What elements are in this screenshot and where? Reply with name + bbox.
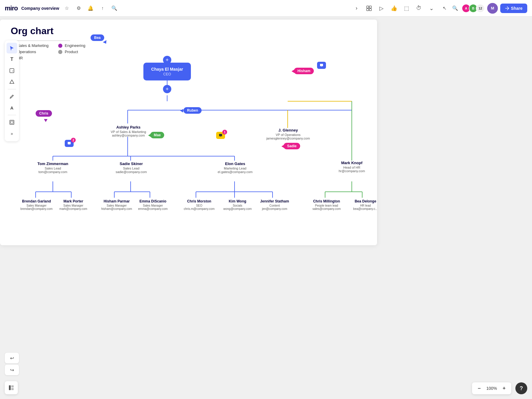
mae-badge[interactable]: Mae	[150, 132, 164, 138]
ashley-parks-node[interactable]: Ashley Parks VP of Sales & Marketing ash…	[107, 125, 150, 137]
kim-role: Socials	[221, 204, 254, 207]
shapes-tool[interactable]	[7, 77, 17, 87]
comment-bubble-2[interactable]: 1	[216, 132, 225, 139]
search-icon[interactable]: 🔍	[110, 4, 118, 12]
glenney-role: VP of Operations	[264, 133, 313, 137]
chris-mill-node[interactable]: Chris Millington People team lead sales@…	[309, 199, 344, 210]
comment-bubble-1[interactable]: 2	[65, 140, 74, 147]
ruben-badge[interactable]: Ruben	[183, 107, 202, 114]
legend-product: Product	[58, 50, 106, 54]
upload-icon[interactable]: ↑	[98, 4, 107, 12]
knopf-node[interactable]: Mark Knopf Head of HR hr@company.com	[331, 161, 373, 173]
chris-float-badge[interactable]: Chris	[36, 110, 52, 117]
jennifer-node[interactable]: Jennifer Statham Content jen@company.com	[258, 199, 291, 210]
zoom-level: 100%	[484, 386, 499, 391]
chris-arrow	[44, 119, 48, 122]
porter-node[interactable]: Mark Porter Sales Manager mark@company.c…	[57, 199, 90, 210]
font-tool[interactable]: A	[7, 102, 17, 113]
svg-rect-6	[11, 121, 13, 124]
legend-label-engineering: Engineering	[65, 43, 85, 48]
panel-toggle[interactable]	[5, 381, 18, 394]
org-chart-title: Org chart	[11, 26, 53, 37]
forward-btn[interactable]: ›	[351, 3, 362, 14]
chris-m-node[interactable]: Chris Morston SEO chris.m@company.com	[183, 199, 216, 210]
svg-rect-7	[9, 385, 11, 390]
tom-node[interactable]: Tom Zimmerman Sales Lead tom@company.com	[33, 162, 73, 174]
comment-count-2: 1	[222, 130, 227, 134]
sadie-s-email: sadie@company.com	[111, 170, 151, 174]
ashley-role: VP of Sales & Marketing	[107, 130, 150, 134]
zoom-in-btn[interactable]: +	[499, 384, 509, 393]
elon-node[interactable]: Elon Gates Marketing Lead el.gates@compa…	[217, 162, 254, 174]
ashley-name: Ashley Parks	[107, 125, 150, 129]
settings-icon[interactable]: ⚙	[75, 4, 83, 12]
undo-redo: ↩ ↪	[5, 353, 19, 375]
help-button[interactable]: ?	[515, 382, 527, 394]
sticky-tool[interactable]	[7, 65, 17, 76]
pen-tool[interactable]	[7, 91, 17, 102]
more-tools[interactable]: »	[7, 128, 17, 139]
share-button[interactable]: Share	[500, 4, 527, 13]
undo-btn[interactable]: ↩	[5, 353, 19, 363]
glenney-node[interactable]: J. Glenney VP of Operations jamesglenney…	[264, 128, 313, 140]
text-tool[interactable]: T	[7, 54, 17, 65]
zoom-out-btn[interactable]: −	[474, 384, 484, 393]
comment-bubble-3[interactable]	[317, 62, 326, 69]
hisham-float-badge[interactable]: Hisham	[294, 68, 314, 74]
glenney-email: jamesglenney@company.com	[264, 137, 313, 140]
brendan-node[interactable]: Brendan Garland Sales Manager brendan@co…	[20, 199, 53, 210]
kim-node[interactable]: Kim Wong Socials wong@company.com	[221, 199, 254, 210]
kim-email: wong@company.com	[221, 207, 254, 210]
title-underline	[11, 40, 70, 41]
sadie-float-badge[interactable]: Sadie	[284, 143, 300, 149]
svg-rect-8	[11, 385, 14, 387]
knopf-email: hr@company.com	[331, 169, 373, 173]
legend-dot-engineering	[58, 44, 62, 48]
zoom-icon[interactable]: 🔍	[451, 4, 459, 12]
topbar: miro Company overview ☆ ⚙ 🔔 ↑ 🔍 › ▷ 👍 ⬚ …	[0, 0, 532, 17]
sadie-skiner-node[interactable]: Sadie Skiner Sales Lead sadie@company.co…	[111, 162, 151, 174]
sadie-arrow	[281, 145, 284, 148]
ceo-node[interactable]: Chaya El Masjar CEO	[143, 63, 191, 80]
legend-dot-product	[58, 50, 62, 54]
redo-btn[interactable]: ↪	[5, 365, 19, 375]
svg-rect-1	[369, 6, 371, 8]
bea-badge[interactable]: Bea	[91, 34, 104, 41]
star-icon[interactable]: ☆	[63, 4, 71, 12]
toolbar-divider-2	[8, 115, 16, 115]
emma-email: emma@company.com	[137, 207, 169, 210]
frame-btn[interactable]: ⬚	[401, 3, 412, 14]
frame-tool[interactable]	[7, 117, 17, 128]
chris-m-name: Chris Morston	[183, 199, 216, 203]
tom-role: Sales Lead	[33, 167, 73, 170]
zoom-controls: − 100% +	[472, 382, 511, 394]
elon-email: el.gates@company.com	[217, 170, 254, 174]
svg-rect-3	[369, 9, 371, 11]
toolbar-divider-1	[8, 89, 16, 89]
add-above-ceo[interactable]: +	[163, 56, 171, 64]
bell-icon[interactable]: 🔔	[86, 4, 95, 12]
hisham-p-node[interactable]: Hisham Parmar Sales Manager hisham@compa…	[100, 199, 133, 210]
ceo-role: CEO	[147, 72, 187, 76]
brendan-email: brendan@company.com	[20, 207, 53, 210]
miro-logo: miro	[5, 4, 18, 12]
avatar-count: 12	[476, 4, 485, 13]
grid-btn[interactable]	[364, 3, 374, 14]
present-btn[interactable]: ▷	[376, 3, 387, 14]
board-card: Org chart Sales & Marketing Engineering …	[0, 20, 377, 245]
canvas[interactable]: T A » ↩ ↪ − 100% + ? Org chart	[0, 17, 532, 399]
jennifer-name: Jennifer Statham	[258, 199, 291, 203]
more-tools-btn[interactable]: ⌄	[426, 3, 437, 14]
chris-m-email: chris.m@company.com	[183, 207, 216, 210]
emma-name: Emma DiScanio	[137, 199, 169, 203]
add-below-ceo[interactable]: +	[163, 85, 171, 93]
bea-d-email: bea@company.c...	[349, 207, 377, 210]
topbar-right: ↖ 🔍 A B 12 M Share	[440, 3, 527, 14]
reaction-btn[interactable]: 👍	[389, 3, 399, 14]
emma-node[interactable]: Emma DiScanio Sales Manager emma@company…	[137, 199, 169, 210]
bea-d-node[interactable]: Bea Delonge HR lead bea@company.c...	[349, 199, 377, 210]
select-tool[interactable]	[7, 43, 17, 53]
chris-mill-role: People team lead	[309, 204, 344, 207]
cursor-icon[interactable]: ↖	[440, 4, 449, 12]
timer-btn[interactable]: ⏱	[414, 3, 424, 14]
